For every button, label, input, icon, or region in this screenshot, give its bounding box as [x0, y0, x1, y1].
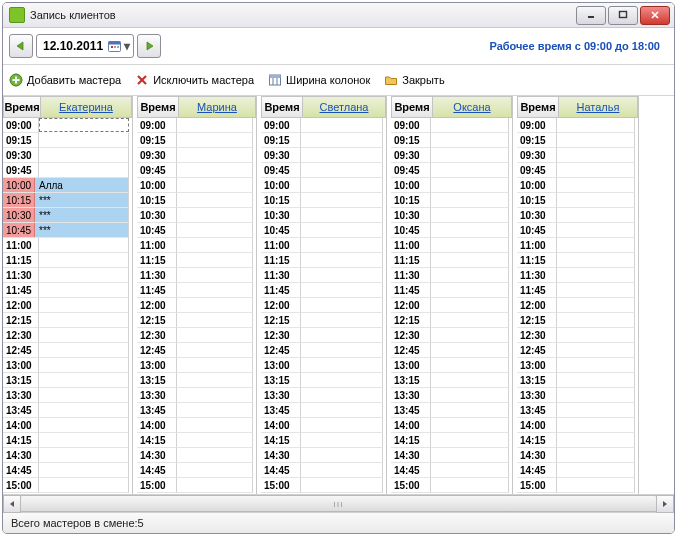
slot-cell[interactable]	[177, 253, 253, 268]
slot-cell[interactable]	[301, 418, 383, 433]
slot-cell[interactable]	[431, 388, 509, 403]
slot-cell[interactable]	[557, 433, 635, 448]
slot-cell[interactable]	[301, 118, 383, 133]
slot-cell[interactable]	[39, 253, 129, 268]
slot-cell[interactable]	[177, 133, 253, 148]
add-master-button[interactable]: Добавить мастера	[9, 73, 121, 87]
slot-cell[interactable]	[39, 328, 129, 343]
slot-cell[interactable]	[431, 478, 509, 493]
slot-cell[interactable]	[301, 448, 383, 463]
scroll-thumb[interactable]: ııı	[20, 495, 657, 512]
slot-cell[interactable]	[177, 148, 253, 163]
slot-cell[interactable]	[431, 448, 509, 463]
master-header[interactable]: Екатерина	[40, 96, 132, 118]
slot-cell[interactable]	[301, 238, 383, 253]
slot-cell[interactable]	[431, 418, 509, 433]
slot-cell[interactable]	[177, 193, 253, 208]
slot-cell[interactable]	[177, 328, 253, 343]
slot-cell[interactable]	[177, 208, 253, 223]
slot-cell[interactable]	[301, 208, 383, 223]
slot-cell[interactable]	[557, 208, 635, 223]
prev-day-button[interactable]	[9, 34, 33, 58]
slot-cell[interactable]	[557, 448, 635, 463]
slot-cell[interactable]	[431, 253, 509, 268]
slot-cell[interactable]	[177, 313, 253, 328]
slot-cell[interactable]	[431, 343, 509, 358]
slot-cell[interactable]	[39, 133, 129, 148]
slot-cell[interactable]	[301, 388, 383, 403]
remove-master-button[interactable]: Исключить мастера	[135, 73, 254, 87]
slot-cell[interactable]	[39, 343, 129, 358]
slot-cell[interactable]	[557, 388, 635, 403]
slot-cell[interactable]	[557, 358, 635, 373]
slot-cell[interactable]	[177, 343, 253, 358]
slot-cell[interactable]	[177, 298, 253, 313]
slot-cell[interactable]	[557, 403, 635, 418]
slot-cell[interactable]	[39, 238, 129, 253]
slot-cell[interactable]	[301, 478, 383, 493]
slot-cell[interactable]	[39, 448, 129, 463]
slot-cell[interactable]	[431, 133, 509, 148]
slot-cell[interactable]	[431, 403, 509, 418]
slot-cell[interactable]	[39, 403, 129, 418]
slot-cell[interactable]	[431, 163, 509, 178]
slot-cell[interactable]	[431, 148, 509, 163]
slot-cell[interactable]	[177, 358, 253, 373]
master-header[interactable]: Марина	[178, 96, 256, 118]
slot-cell[interactable]	[557, 118, 635, 133]
slot-cell[interactable]	[431, 118, 509, 133]
column-width-button[interactable]: Ширина колонок	[268, 73, 370, 87]
slot-cell[interactable]	[39, 478, 129, 493]
slot-cell[interactable]	[431, 283, 509, 298]
slot-cell[interactable]	[177, 268, 253, 283]
slot-cell[interactable]	[177, 418, 253, 433]
slot-cell[interactable]	[301, 193, 383, 208]
slot-cell[interactable]	[557, 373, 635, 388]
slot-cell[interactable]	[557, 163, 635, 178]
slot-cell[interactable]	[301, 313, 383, 328]
slot-cell[interactable]	[39, 313, 129, 328]
slot-cell[interactable]	[177, 478, 253, 493]
slot-cell[interactable]	[431, 268, 509, 283]
master-header[interactable]: Оксана	[432, 96, 512, 118]
slot-cell[interactable]	[301, 343, 383, 358]
slot-cell[interactable]	[557, 478, 635, 493]
slot-cell[interactable]	[301, 358, 383, 373]
slot-cell[interactable]	[301, 253, 383, 268]
slot-cell[interactable]	[431, 298, 509, 313]
slot-cell[interactable]	[301, 403, 383, 418]
slot-cell[interactable]	[557, 418, 635, 433]
slot-cell[interactable]	[557, 283, 635, 298]
slot-cell[interactable]	[431, 223, 509, 238]
slot-cell[interactable]	[301, 298, 383, 313]
appointment-cell[interactable]: 10:30***	[3, 208, 129, 223]
scroll-left-button[interactable]	[3, 495, 21, 513]
close-window-button[interactable]	[640, 6, 670, 25]
slot-cell[interactable]	[301, 163, 383, 178]
slot-cell[interactable]	[557, 148, 635, 163]
master-header[interactable]: Наталья	[558, 96, 638, 118]
slot-cell[interactable]	[177, 283, 253, 298]
slot-cell[interactable]	[431, 313, 509, 328]
slot-cell[interactable]	[39, 163, 129, 178]
slot-cell[interactable]	[177, 163, 253, 178]
slot-cell[interactable]	[431, 193, 509, 208]
slot-cell[interactable]	[431, 328, 509, 343]
slot-cell[interactable]	[557, 193, 635, 208]
date-picker[interactable]: 12.10.2011 ▾	[36, 34, 134, 58]
slot-cell[interactable]	[301, 283, 383, 298]
slot-cell[interactable]	[431, 358, 509, 373]
next-day-button[interactable]	[137, 34, 161, 58]
slot-cell[interactable]	[39, 268, 129, 283]
slot-cell[interactable]	[431, 373, 509, 388]
slot-cell[interactable]	[39, 358, 129, 373]
slot-cell[interactable]	[557, 298, 635, 313]
slot-cell[interactable]	[301, 373, 383, 388]
slot-cell[interactable]	[177, 433, 253, 448]
master-header[interactable]: Светлана	[302, 96, 386, 118]
slot-cell[interactable]	[39, 118, 129, 132]
slot-cell[interactable]	[301, 148, 383, 163]
slot-cell[interactable]	[431, 238, 509, 253]
slot-cell[interactable]	[557, 133, 635, 148]
slot-cell[interactable]	[177, 448, 253, 463]
